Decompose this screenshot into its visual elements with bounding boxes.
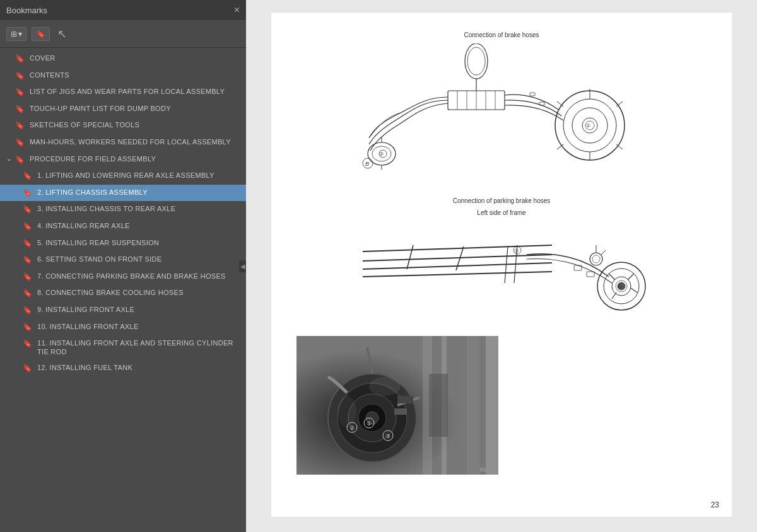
- svg-text:①: ①: [586, 123, 590, 129]
- bookmark-flag-icon: 🔖: [23, 272, 32, 282]
- bookmark-label: 6. SETTING STAND ON FRONT SIDE: [37, 255, 241, 263]
- bookmark-item-procedure[interactable]: ⌄🔖PROCEDURE FOR FIELD ASSEMBLY: [0, 151, 246, 168]
- bookmarks-panel: Bookmarks × ⊞ ▾ 🔖 ↖ 🔖COVER🔖CONTENTS🔖LIST…: [0, 0, 246, 532]
- svg-text:①: ①: [367, 420, 372, 427]
- bookmark-label: TOUCH-UP PAINT LIST FOR DUMP BODY: [30, 104, 241, 113]
- bookmark-label: 4. INSTALLING REAR AXLE: [37, 221, 241, 230]
- resize-handle[interactable]: [240, 0, 246, 532]
- bookmark-item-item8[interactable]: 🔖8. CONNECTING BRAKE COOLING HOSES: [0, 285, 246, 302]
- machinery-photo: ② ① ③ 95: [296, 336, 498, 475]
- parking-brake-section: Connection of parking brake hoses Left s…: [296, 197, 707, 321]
- bookmark-item-item10[interactable]: 🔖10. INSTALLING FRONT AXLE: [0, 319, 246, 336]
- svg-rect-68: [397, 396, 413, 403]
- parking-brake-diagram: ③ A: [296, 220, 707, 321]
- page-container: Connection of brake hoses: [271, 13, 732, 517]
- bookmark-flag-icon: 🔖: [23, 289, 32, 299]
- bookmark-label: SKETCHES OF SPECIAL TOOLS: [30, 120, 241, 129]
- bookmark-flag-icon: 🔖: [15, 88, 25, 98]
- bookmark-item-sketches[interactable]: 🔖SKETCHES OF SPECIAL TOOLS: [0, 117, 246, 134]
- bookmark-label: COVER: [30, 54, 241, 62]
- sidebar-toolbar: ⊞ ▾ 🔖 ↖: [0, 20, 246, 48]
- bookmark-flag-icon: 🔖: [23, 171, 32, 182]
- photo-section: ② ① ③ 95: [296, 336, 707, 477]
- svg-rect-69: [394, 408, 407, 415]
- bookmark-flag-icon: 🔖: [15, 138, 25, 148]
- svg-text:B: B: [365, 161, 369, 167]
- svg-point-1: [467, 47, 485, 75]
- svg-line-35: [407, 245, 413, 269]
- bookmark-flag-icon: 🔖: [23, 239, 32, 249]
- bookmark-view-button[interactable]: 🔖: [32, 27, 50, 41]
- svg-point-44: [592, 255, 600, 263]
- expand-grid-icon: ⊞: [11, 30, 17, 38]
- bookmark-item-item4[interactable]: 🔖4. INSTALLING REAR AXLE: [0, 218, 246, 235]
- bookmark-item-item7[interactable]: 🔖7. CONNECTING PARKING BRAKE AND BRAKE H…: [0, 269, 246, 286]
- svg-text:A: A: [618, 284, 621, 289]
- svg-point-0: [465, 43, 488, 79]
- svg-text:②: ②: [349, 425, 355, 431]
- brake-hoses-svg: ② ① B: [350, 43, 653, 182]
- page-number: 23: [711, 500, 719, 509]
- bookmark-item-item9[interactable]: 🔖9. INSTALLING FRONT AXLE: [0, 302, 246, 319]
- collapse-arrow-icon: ⌄: [6, 154, 14, 163]
- brake-hoses-caption: Connection of brake hoses: [296, 32, 707, 38]
- bookmark-icon: 🔖: [36, 30, 45, 38]
- bookmark-flag-icon: 🔖: [23, 339, 32, 349]
- bookmark-flag-icon: 🔖: [23, 222, 32, 232]
- bookmark-item-touchup[interactable]: 🔖TOUCH-UP PAINT LIST FOR DUMP BODY: [0, 101, 246, 118]
- bookmark-item-cover[interactable]: 🔖COVER: [0, 50, 246, 67]
- bookmark-label: 12. INSTALLING FUEL TANK: [37, 363, 241, 372]
- svg-point-43: [590, 253, 602, 265]
- close-button[interactable]: ×: [234, 5, 240, 15]
- bookmark-item-item5[interactable]: 🔖5. INSTALLING REAR SUSPENSION: [0, 235, 246, 252]
- bookmark-flag-icon: 🔖: [15, 155, 25, 165]
- bookmark-flag-icon: 🔖: [15, 105, 25, 115]
- bookmark-label: 8. CONNECTING BRAKE COOLING HOSES: [37, 288, 241, 297]
- bookmark-label: 10. INSTALLING FRONT AXLE: [37, 322, 241, 331]
- svg-rect-58: [486, 336, 498, 475]
- bookmark-list: 🔖COVER🔖CONTENTS🔖LIST OF JIGS AND WEAR PA…: [0, 48, 246, 532]
- chevron-down-icon: ▾: [18, 30, 22, 38]
- bookmark-item-jigs[interactable]: 🔖LIST OF JIGS AND WEAR PARTS FOR LOCAL A…: [0, 84, 246, 101]
- bookmark-label: 11. INSTALLING FRONT AXLE AND STEERING C…: [37, 338, 241, 357]
- bookmark-label: 7. CONNECTING PARKING BRAKE AND BRAKE HO…: [37, 272, 241, 280]
- svg-line-31: [363, 245, 552, 252]
- parking-brake-svg: ③ A: [350, 220, 653, 321]
- main-content: Connection of brake hoses: [246, 0, 757, 532]
- parking-brake-caption: Connection of parking brake hoses: [296, 197, 707, 204]
- bookmark-item-item11[interactable]: 🔖11. INSTALLING FRONT AXLE AND STEERING …: [0, 335, 246, 360]
- bookmark-item-item3[interactable]: 🔖3. INSTALLING CHASSIS TO REAR AXLE: [0, 201, 246, 218]
- bookmark-label: 5. INSTALLING REAR SUSPENSION: [37, 238, 241, 247]
- bookmark-item-manhours[interactable]: 🔖MAN-HOURS, WORKERS NEEDED FOR LOCAL ASS…: [0, 134, 246, 151]
- brake-hoses-diagram: ② ① B: [296, 43, 707, 182]
- bookmark-flag-icon: 🔖: [23, 205, 32, 215]
- bookmark-label: MAN-HOURS, WORKERS NEEDED FOR LOCAL ASSE…: [30, 137, 241, 146]
- bookmark-flag-icon: 🔖: [15, 54, 25, 64]
- expand-all-button[interactable]: ⊞ ▾: [6, 27, 26, 41]
- svg-rect-67: [454, 361, 461, 449]
- bookmark-label: LIST OF JIGS AND WEAR PARTS FOR LOCAL AS…: [30, 87, 241, 96]
- bookmark-item-item12[interactable]: 🔖12. INSTALLING FUEL TANK: [0, 360, 246, 377]
- bookmark-flag-icon: 🔖: [23, 188, 32, 199]
- photo-wrapper: ② ① ③ 95: [296, 336, 498, 477]
- svg-rect-57: [467, 336, 479, 475]
- bookmark-flag-icon: 🔖: [15, 121, 25, 131]
- bookmark-item-contents[interactable]: 🔖CONTENTS: [0, 67, 246, 84]
- bookmark-flag-icon: 🔖: [23, 306, 32, 316]
- svg-rect-19: [530, 93, 535, 96]
- bookmark-label: 1. LIFTING AND LOWERING REAR AXLE ASSEMB…: [37, 171, 241, 180]
- bookmark-label: 9. INSTALLING FRONT AXLE: [37, 305, 241, 314]
- svg-line-46: [601, 250, 606, 255]
- svg-line-34: [363, 272, 552, 277]
- svg-text:95: 95: [479, 466, 486, 473]
- sidebar-header: Bookmarks ×: [0, 0, 246, 20]
- bookmark-item-item2[interactable]: 🔖2. LIFTING CHASSIS ASSEMBLY: [0, 185, 246, 202]
- svg-point-64: [369, 377, 401, 396]
- bookmark-item-item6[interactable]: 🔖6. SETTING STAND ON FRONT SIDE: [0, 252, 246, 269]
- svg-rect-66: [429, 374, 448, 437]
- bookmark-item-item1[interactable]: 🔖1. LIFTING AND LOWERING REAR AXLE ASSEM…: [0, 168, 246, 185]
- svg-text:③: ③: [385, 433, 390, 439]
- bookmark-flag-icon: 🔖: [15, 71, 25, 81]
- svg-text:②: ②: [379, 151, 384, 157]
- bookmark-label: PROCEDURE FOR FIELD ASSEMBLY: [30, 154, 241, 163]
